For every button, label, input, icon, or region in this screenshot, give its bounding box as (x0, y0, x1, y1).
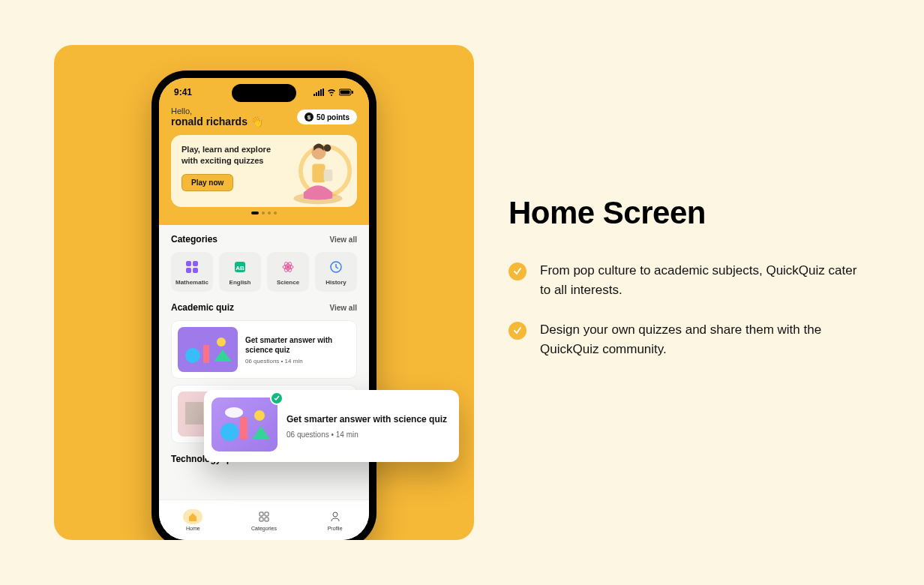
phone-screen: 9:41 Hello, ronald richards 👋 $ 50 point… (159, 78, 369, 540)
svg-rect-5 (312, 164, 325, 182)
svg-point-23 (217, 338, 226, 346)
categories-title: Categories (171, 234, 218, 244)
phone-frame: 9:41 Hello, ronald richards 👋 $ 50 point… (152, 70, 376, 540)
academic-title: Academic quiz (171, 302, 234, 313)
academic-viewall[interactable]: View all (329, 304, 357, 312)
greeting-block: Hello, ronald richards 👋 (171, 106, 263, 128)
category-history[interactable]: History (315, 252, 357, 292)
svg-point-21 (185, 348, 200, 363)
home-icon (183, 509, 202, 524)
svg-rect-2 (352, 91, 353, 94)
svg-point-36 (254, 410, 265, 421)
category-english[interactable]: AB English (219, 252, 261, 292)
carousel-dots (171, 212, 357, 214)
categories-viewall[interactable]: View all (329, 236, 357, 244)
check-icon (508, 322, 526, 340)
wifi-icon (327, 88, 336, 96)
svg-rect-30 (260, 518, 263, 521)
tab-home[interactable]: Home (183, 509, 202, 531)
floating-meta: 06 questions • 14 min (286, 430, 452, 439)
dot[interactable] (274, 212, 277, 214)
signal-icon (314, 88, 324, 96)
science-icon (280, 260, 296, 274)
svg-point-7 (324, 144, 332, 152)
points-pill[interactable]: $ 50 points (297, 110, 357, 124)
dot[interactable] (251, 212, 259, 214)
svg-rect-31 (265, 518, 268, 521)
svg-point-37 (225, 407, 243, 418)
hero-card[interactable]: Play, learn and explore with exciting qu… (171, 135, 357, 207)
hero-illustration (282, 135, 354, 207)
profile-icon (326, 509, 345, 524)
hero-text: Play, learn and explore with exciting qu… (182, 144, 278, 166)
marketing-copy: Home Screen From pop culture to academic… (508, 195, 866, 379)
page-title: Home Screen (508, 195, 866, 231)
svg-rect-9 (186, 261, 191, 266)
grid-icon (254, 509, 274, 524)
greeting-text: Hello, (171, 106, 263, 116)
svg-rect-1 (340, 91, 350, 94)
quiz-thumb (178, 327, 238, 372)
tab-profile[interactable]: Profile (326, 509, 345, 531)
bullet-item: Design your own quizzes and share them w… (508, 320, 866, 360)
username-text: ronald richards 👋 (171, 116, 263, 128)
dot[interactable] (262, 212, 265, 214)
svg-rect-35 (240, 417, 248, 440)
english-icon: AB (232, 260, 248, 274)
svg-rect-25 (185, 402, 203, 424)
svg-point-15 (286, 266, 290, 268)
app-header: Hello, ronald richards 👋 $ 50 points Pla… (159, 100, 369, 225)
svg-rect-22 (203, 345, 209, 363)
svg-point-32 (333, 512, 338, 517)
status-time: 9:41 (174, 87, 192, 98)
play-now-button[interactable]: Play now (182, 174, 233, 191)
bullet-item: From pop culture to academic subjects, Q… (508, 261, 866, 301)
floating-quiz-card[interactable]: Get smarter answer with science quiz 06 … (204, 390, 459, 462)
quiz-card[interactable]: Get smarter answer with science quiz 06 … (171, 320, 357, 379)
phone-stage: 9:41 Hello, ronald richards 👋 $ 50 point… (54, 45, 474, 540)
categories-list: Mathematic AB English Science History (171, 252, 357, 292)
dot[interactable] (268, 212, 271, 214)
history-icon (328, 260, 344, 274)
status-icons (314, 88, 354, 96)
svg-rect-8 (324, 170, 333, 181)
points-label: 50 points (316, 113, 350, 122)
check-icon (274, 395, 280, 401)
check-badge (270, 392, 284, 405)
floating-title: Get smarter answer with science quiz (286, 413, 452, 425)
svg-point-34 (220, 423, 238, 441)
battery-icon (339, 88, 354, 96)
svg-rect-11 (186, 268, 191, 273)
dynamic-island (232, 84, 296, 102)
check-icon (508, 262, 526, 280)
math-icon (184, 260, 200, 274)
category-science[interactable]: Science (267, 252, 309, 292)
category-mathematic[interactable]: Mathematic (171, 252, 213, 292)
svg-rect-28 (260, 512, 263, 516)
svg-rect-29 (265, 512, 268, 516)
tab-categories[interactable]: Categories (251, 509, 277, 531)
svg-text:AB: AB (236, 265, 244, 272)
coin-icon: $ (304, 112, 314, 122)
floating-thumb (212, 398, 278, 452)
svg-rect-10 (193, 261, 198, 266)
svg-rect-12 (193, 268, 198, 273)
tabbar: Home Categories Profile (159, 500, 369, 540)
